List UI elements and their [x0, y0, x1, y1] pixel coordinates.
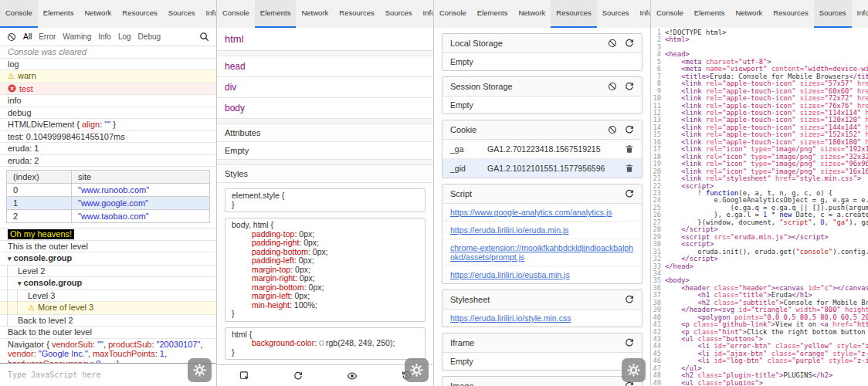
code-text: [665, 44, 868, 51]
console-filter-debug[interactable]: Debug: [138, 32, 161, 41]
code-line: 9 <link rel="apple-touch-icon" sizes="60…: [651, 88, 868, 95]
code-text: <p class="hint">Click the right bottom b…: [665, 329, 868, 336]
console-filter-all[interactable]: All: [23, 32, 32, 41]
code-text: <link rel="apple-touch-icon" sizes="72x7…: [665, 95, 868, 102]
settings-button[interactable]: [188, 358, 212, 382]
tab-info[interactable]: Info: [852, 0, 868, 28]
ban-icon[interactable]: [608, 82, 617, 91]
refresh-icon[interactable]: [625, 39, 634, 48]
tab-info[interactable]: Info: [418, 0, 433, 28]
tab-elements[interactable]: Elements: [472, 0, 514, 28]
resource-link[interactable]: https://eruda.liriliri.io/eustia.min.js: [442, 266, 642, 283]
console-object-row: Navigator { vendorSub: "", productSub: "…: [0, 339, 216, 364]
code-line: 37 <h1 class="title">Eruda</h1>: [651, 292, 868, 299]
tab-console[interactable]: Console: [0, 0, 38, 28]
source-code-view: 1<!DOCTYPE html>2<html>34<head>5 <meta c…: [651, 28, 868, 386]
tab-sources[interactable]: Sources: [814, 0, 852, 28]
tab-network[interactable]: Network: [730, 0, 768, 28]
refresh-icon[interactable]: [625, 189, 634, 198]
child-node-body[interactable]: body: [217, 98, 433, 119]
tab-resources[interactable]: Resources: [768, 0, 813, 28]
tab-resources[interactable]: Resources: [334, 0, 379, 28]
tab-sources[interactable]: Sources: [597, 0, 635, 28]
ban-icon[interactable]: [608, 125, 617, 134]
trash-icon[interactable]: [625, 164, 634, 173]
resource-section-iframe: IframeEmpty: [442, 333, 643, 371]
resource-section-title: Local Storage: [450, 39, 600, 48]
console-filter-error[interactable]: Error: [39, 32, 56, 41]
inspect-element-button[interactable]: [239, 371, 249, 381]
child-node-head[interactable]: head: [217, 56, 433, 77]
code-text: <script src="eruda.min.js"></script>: [665, 234, 868, 241]
search-icon[interactable]: [199, 32, 209, 42]
styled-log-chip: Oh my heavens!: [8, 229, 74, 239]
js-input[interactable]: [8, 371, 209, 379]
collapse-triangle-icon[interactable]: ▾: [8, 255, 12, 262]
tab-elements[interactable]: Elements: [38, 0, 80, 28]
code-line: 14 <link rel="apple-touch-icon" sizes="1…: [651, 124, 868, 131]
refresh-icon[interactable]: [625, 295, 634, 304]
resource-section-title: Script: [450, 189, 617, 198]
resource-section-title: Iframe: [450, 338, 617, 347]
console-filter-bar: AllErrorWarningInfoLogDebug: [0, 28, 216, 46]
code-text: <ul class="buttons">: [665, 336, 868, 343]
refresh-icon[interactable]: [625, 338, 634, 347]
resource-link[interactable]: https://eruda.liriliri.io/eruda.min.js: [442, 222, 642, 239]
refresh-button[interactable]: [293, 371, 303, 381]
tab-network[interactable]: Network: [296, 0, 334, 28]
code-line: 8 <link rel="apple-touch-icon" sizes="57…: [651, 80, 868, 87]
error-icon: [8, 84, 19, 93]
tab-bar: ConsoleElementsNetworkResourcesSourcesIn…: [434, 0, 650, 28]
resource-empty-label: Empty: [442, 96, 642, 113]
selected-node-html[interactable]: html: [217, 28, 433, 51]
console-group-header[interactable]: ▾console.group: [0, 252, 216, 266]
style-property: background-color: rgb(248, 249, 250);: [232, 339, 419, 348]
code-text: <html>: [665, 36, 868, 43]
resource-link[interactable]: chrome-extension://mooikfkahbdckldjjndio…: [442, 239, 642, 266]
warning-icon: ⚠: [28, 303, 35, 312]
console-group-header[interactable]: ▾console.group: [0, 277, 216, 290]
tab-network[interactable]: Network: [513, 0, 551, 28]
trash-icon[interactable]: [625, 144, 634, 154]
child-node-div[interactable]: div: [217, 77, 433, 98]
code-text: <body>: [665, 277, 868, 284]
console-log-row: eruda: 2: [0, 155, 216, 168]
resource-link[interactable]: https://www.google-analytics.com/analyti…: [442, 204, 642, 222]
console-log-row: Back to level 2: [0, 315, 216, 327]
tab-sources[interactable]: Sources: [380, 0, 418, 28]
resource-link[interactable]: https://eruda.liriliri.io/style.min.css: [442, 310, 642, 327]
refresh-icon[interactable]: [625, 82, 634, 91]
tab-elements[interactable]: Elements: [255, 0, 297, 28]
tab-sources[interactable]: Sources: [163, 0, 201, 28]
console-filter-info[interactable]: Info: [98, 32, 111, 41]
toggle-visibility-button[interactable]: [347, 371, 358, 381]
ban-icon[interactable]: [608, 39, 617, 48]
code-line: 32 </script>: [651, 256, 868, 262]
tab-console[interactable]: Console: [217, 0, 255, 28]
code-line: 41 <p class="github-link">View it on <a …: [651, 321, 868, 328]
code-line: 42 <p class="hint">Click the right botto…: [651, 329, 868, 336]
code-text: <li id="error-btn" class="yellow" style=…: [665, 343, 868, 350]
console-table: (index)site0"www.runoob.com"1"www.google…: [6, 170, 210, 223]
tab-resources[interactable]: Resources: [551, 0, 596, 28]
code-text: <li id="log-btn" class="purple" style="z…: [665, 357, 868, 364]
tab-console[interactable]: Console: [434, 0, 472, 28]
tab-resources[interactable]: Resources: [117, 0, 162, 28]
console-filter-log[interactable]: Log: [118, 32, 131, 41]
table-row: 2"www.taobao.com": [7, 210, 210, 223]
tab-info[interactable]: Info: [201, 0, 216, 28]
settings-button[interactable]: [622, 358, 646, 382]
tab-info[interactable]: Info: [635, 0, 650, 28]
console-filter-warning[interactable]: Warning: [63, 32, 91, 41]
resource-section-header: Local Storage: [442, 34, 642, 53]
collapse-triangle-icon[interactable]: ▾: [18, 279, 22, 287]
clear-console-icon[interactable]: [7, 32, 16, 42]
refresh-icon[interactable]: [625, 125, 634, 134]
tab-network[interactable]: Network: [79, 0, 117, 28]
code-line: 45 <li id="ajax-btn" class="orange" styl…: [651, 350, 868, 357]
attributes-empty-label: Empty: [217, 142, 433, 160]
tab-bar: ConsoleElementsNetworkResourcesSourcesIn…: [0, 0, 216, 28]
tab-console[interactable]: Console: [651, 0, 689, 28]
settings-button[interactable]: [405, 358, 429, 382]
tab-elements[interactable]: Elements: [689, 0, 731, 28]
